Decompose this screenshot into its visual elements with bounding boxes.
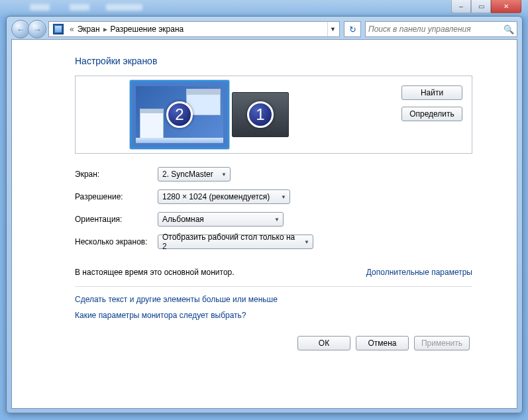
minimize-button[interactable]: – [451, 0, 471, 13]
orientation-combo[interactable]: Альбомная [158, 212, 284, 227]
form-row-orientation: Ориентация: Альбомная [75, 212, 472, 227]
desktop-blur-bar [0, 0, 528, 17]
search-input[interactable] [368, 25, 503, 34]
find-button[interactable]: Найти [401, 85, 462, 100]
chevron-right-icon: ▸ [100, 25, 111, 34]
status-row: В настоящее время это основной монитор. … [75, 268, 472, 277]
maximize-button[interactable]: ▭ [471, 0, 491, 13]
settings-form: Экран: 2. SyncMaster Разрешение: 1280 × … [75, 167, 472, 249]
breadcrumb[interactable]: « Экран ▸ Разрешение экрана ▼ [48, 21, 340, 37]
display-combo[interactable]: 2. SyncMaster [158, 167, 231, 182]
which-settings-link[interactable]: Какие параметры монитора следует выбрать… [75, 311, 472, 320]
advanced-settings-link[interactable]: Дополнительные параметры [366, 268, 472, 277]
back-arrow-icon: ← [17, 25, 25, 34]
window-controls: – ▭ ✕ [451, 0, 521, 13]
resolution-label: Разрешение: [75, 192, 158, 201]
breadcrumb-item[interactable]: Экран [78, 25, 100, 34]
preview-window-icon [140, 109, 164, 139]
form-row-resolution: Разрешение: 1280 × 1024 (рекомендуется) [75, 189, 472, 204]
page: Настройки экранов 2 1 Найти Определить [75, 56, 472, 350]
client-area: Настройки экранов 2 1 Найти Определить [11, 39, 517, 409]
forward-arrow-icon: → [33, 25, 42, 34]
maximize-icon: ▭ [478, 3, 484, 10]
blur-spot [70, 4, 89, 11]
primary-monitor-status: В настоящее время это основной монитор. [75, 268, 235, 277]
multi-label: Несколько экранов: [75, 237, 158, 246]
resolution-combo[interactable]: 1280 × 1024 (рекомендуется) [158, 189, 290, 204]
dialog-buttons: ОК Отмена Применить [75, 336, 472, 350]
monitor-side-buttons: Найти Определить [401, 85, 462, 121]
monitor-number: 1 [247, 101, 274, 128]
monitor-number: 2 [166, 101, 193, 128]
monitor-1[interactable]: 1 [232, 92, 289, 137]
orientation-label: Ориентация: [75, 215, 158, 224]
forward-button[interactable]: → [28, 20, 46, 38]
search-box[interactable]: 🔍 [365, 21, 517, 37]
nav-buttons: ← → [11, 20, 44, 38]
monitor-preview[interactable]: 2 1 Найти Определить [75, 76, 472, 154]
help-links: Сделать текст и другие элементы больше и… [75, 295, 472, 320]
address-bar: ← → « Экран ▸ Разрешение экрана ▼ ↻ 🔍 [11, 17, 517, 39]
page-title: Настройки экранов [75, 56, 472, 66]
divider [75, 286, 472, 287]
back-button[interactable]: ← [11, 20, 30, 38]
identify-button[interactable]: Определить [401, 107, 462, 121]
blur-spot [106, 4, 142, 11]
preview-taskbar-icon [136, 138, 223, 143]
text-size-link[interactable]: Сделать текст и другие элементы больше и… [75, 295, 472, 304]
minimize-icon: – [459, 3, 463, 10]
breadcrumb-prefix: « [66, 25, 78, 34]
refresh-icon: ↻ [349, 25, 356, 34]
breadcrumb-item[interactable]: Разрешение экрана [111, 25, 184, 34]
display-label: Экран: [75, 170, 158, 179]
window-frame: ← → « Экран ▸ Разрешение экрана ▼ ↻ 🔍 На… [6, 16, 523, 413]
apply-button[interactable]: Применить [414, 336, 470, 350]
blur-spot [30, 4, 50, 11]
monitor-2[interactable]: 2 [130, 80, 229, 149]
close-button[interactable]: ✕ [491, 0, 521, 13]
form-row-display: Экран: 2. SyncMaster [75, 167, 472, 182]
refresh-button[interactable]: ↻ [344, 21, 361, 37]
control-panel-icon [53, 24, 64, 34]
ok-button[interactable]: ОК [297, 336, 350, 350]
search-icon[interactable]: 🔍 [503, 25, 514, 34]
close-icon: ✕ [503, 3, 509, 10]
form-row-multi: Несколько экранов: Отобразить рабочий ст… [75, 235, 472, 249]
multi-combo[interactable]: Отобразить рабочий стол только на 2 [158, 235, 313, 249]
path-dropdown[interactable]: ▼ [327, 22, 338, 36]
cancel-button[interactable]: Отмена [356, 336, 409, 350]
